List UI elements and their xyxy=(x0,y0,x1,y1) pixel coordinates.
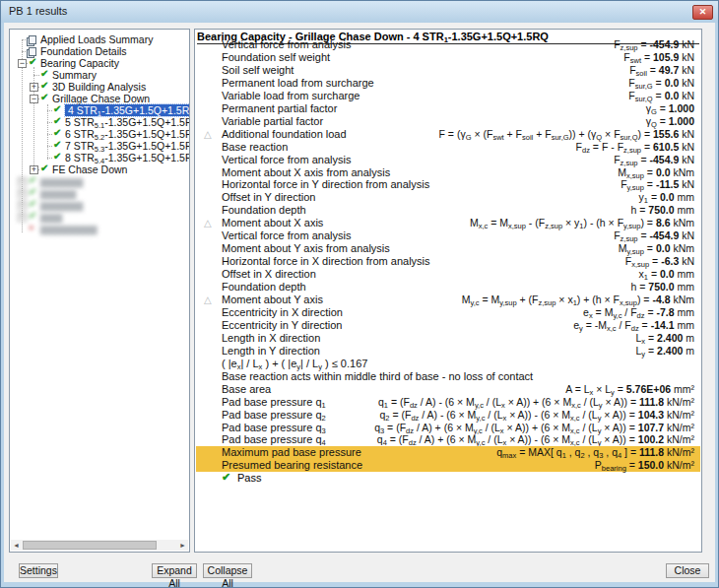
collapse-expander-icon[interactable]: − xyxy=(18,59,27,68)
scroll-thumb[interactable] xyxy=(23,541,157,550)
expand-expander-icon[interactable]: + xyxy=(18,201,27,210)
expand-expander-icon[interactable]: + xyxy=(18,177,27,186)
result-row: Base areaA = Lx × Ly = 5.76E+06 mm² xyxy=(196,383,700,396)
row-label: Vertical force from analysis xyxy=(222,229,351,242)
row-label: Foundation depth xyxy=(222,281,306,294)
scroll-right-icon[interactable]: ► xyxy=(177,540,188,551)
tree-item[interactable]: ✔4 STR1-1.35G+1.5Q+1.5RQ xyxy=(10,104,189,116)
row-value: 0.0 xyxy=(665,90,680,101)
row-label: Base reaction xyxy=(222,141,288,154)
result-row: Length in Y directionLy = 2.400 m xyxy=(196,345,700,358)
row-label: Moment about Y axis from analysis xyxy=(222,242,390,255)
tree-connector-stub xyxy=(47,110,52,111)
tree-connector-stub xyxy=(47,122,52,123)
expand-expander-icon[interactable]: + xyxy=(18,189,27,198)
row-label: Pad base pressure q3 xyxy=(222,422,326,434)
redacted-label: ▆▆▆▆▆▆▆▆ xyxy=(40,223,97,234)
row-value: 0.0 xyxy=(656,166,671,178)
row-value: 0.0 xyxy=(665,77,680,89)
result-row: Eccentricity in Y directioney = -Mx,c / … xyxy=(196,319,700,332)
dialog-client-area: Applied Loads SummaryFoundation Details−… xyxy=(4,23,715,582)
expand-expander-icon[interactable]: + xyxy=(30,83,38,92)
row-value: -14.1 xyxy=(651,319,675,331)
warning-triangle-icon: △ xyxy=(204,217,212,229)
tree-item-redacted[interactable]: +✔▆▆▆ xyxy=(10,211,189,223)
collapse-expander-icon[interactable]: − xyxy=(30,95,38,103)
row-formula: qmax = MAX[ q1 , q2 , q3 , q4 ] = 111.8 … xyxy=(496,446,694,459)
row-formula: x1 = 0.0 mm xyxy=(639,268,694,281)
row-value: 750.0 xyxy=(648,281,674,293)
row-value: -4.8 xyxy=(652,294,670,305)
tree-item-label: 7 STR5.3-1.35G+1.5Q+1.5RQ+EHFDir2+ xyxy=(65,140,190,152)
row-value: -7.8 xyxy=(656,306,674,318)
result-row: Horizontal force in X direction from ana… xyxy=(196,255,700,268)
collapse-all-button[interactable]: Collapse All xyxy=(203,563,252,578)
tree-item[interactable]: ✔8 STR5.4-1.35G+1.5Q+1.5RQ+EHFDir2- xyxy=(10,152,189,163)
tree-item[interactable]: ✔7 STR5.3-1.35G+1.5Q+1.5RQ+EHFDir2+ xyxy=(10,140,189,152)
tree-item[interactable]: ✔5 STR5.1-1.35G+1.5Q+1.5RQ+EHFDir1+ xyxy=(10,116,189,128)
titlebar[interactable]: PB 1 results ✕ xyxy=(1,1,718,23)
result-row: Vertical force from analysisFz,sup = -45… xyxy=(196,38,700,51)
row-formula: Pbearing = 150.0 kN/m² xyxy=(595,459,694,472)
result-row: Vertical force from analysisFz,sup = -45… xyxy=(196,229,700,242)
row-value: 0.0 xyxy=(656,242,671,254)
row-formula: γG = 1.000 xyxy=(646,102,694,115)
tree-connector-stub xyxy=(22,51,28,52)
result-row: Permanent partial factorγG = 1.000 xyxy=(196,102,700,115)
settings-button[interactable]: Settings xyxy=(19,563,58,578)
tree-item-label-selected: 4 STR1-1.35G+1.5Q+1.5RQ xyxy=(65,104,190,116)
row-value: 155.6 xyxy=(653,128,679,140)
report-pages-icon xyxy=(29,47,36,56)
redacted-label: ▆▆▆▆▆ xyxy=(40,187,75,199)
tree-connector-stub xyxy=(22,39,28,40)
pass-check-icon: ✔ xyxy=(40,80,48,91)
row-value: 104.3 xyxy=(638,409,664,421)
expand-all-button[interactable]: Expand All xyxy=(152,563,197,578)
result-row: Foundation depthh = 750.0 mm xyxy=(196,204,700,217)
result-row: Maximum pad base pressureqmax = MAX[ q1 … xyxy=(196,446,700,459)
row-formula: F = (γG × (Fswt + Fsoil + Fsur,G)) + (γQ… xyxy=(439,128,695,141)
pass-label: Pass xyxy=(237,472,261,485)
tree-item-redacted[interactable]: ●▆▆▆▆▆▆▆▆ xyxy=(10,223,189,234)
result-row: Permanent load from surchargeFsur,G = 0.… xyxy=(196,77,700,90)
result-row: Pad base pressure q3q3 = (Fdz / A) + (6 … xyxy=(196,422,700,434)
scroll-left-icon[interactable]: ◄ xyxy=(11,540,22,551)
tree-item-label: 8 STR5.4-1.35G+1.5Q+1.5RQ+EHFDir2- xyxy=(65,152,190,163)
close-window-icon[interactable]: ✕ xyxy=(692,5,713,20)
result-row: Base reaction acts within middle third o… xyxy=(196,370,700,383)
result-row: Presumed bearing resistancePbearing = 15… xyxy=(196,459,700,472)
row-label: Moment about Y axis xyxy=(222,294,323,306)
row-formula: Fz,sup = -454.9 kN xyxy=(614,38,694,51)
row-value: -454.9 xyxy=(649,229,679,241)
result-row: Pad base pressure q2q2 = (Fdz / A) - (6 … xyxy=(196,409,700,422)
tree-item[interactable]: ✔Summary xyxy=(10,69,189,81)
tree-hscrollbar[interactable]: ◄ ► xyxy=(11,540,188,551)
expand-expander-icon[interactable]: + xyxy=(30,165,38,174)
pass-check-icon: ✔ xyxy=(53,115,61,126)
tree-item[interactable]: ✔6 STR5.2-1.35G+1.5Q+1.5RQ+EHFDir1- xyxy=(10,128,189,140)
row-formula: A = Lx × Ly = 5.76E+06 mm² xyxy=(565,383,694,396)
results-tree-panel: Applied Loads SummaryFoundation Details−… xyxy=(9,29,190,553)
row-formula: Mx,sup = 0.0 kNm xyxy=(618,166,694,179)
tree-item[interactable]: +✔3D Building Analysis xyxy=(10,81,189,93)
close-button[interactable]: Close xyxy=(666,563,709,578)
row-formula: Fsur,G = 0.0 kN xyxy=(628,77,694,90)
pass-check-icon: ✔ xyxy=(40,68,48,79)
row-value: 1.000 xyxy=(669,115,694,127)
tree-item[interactable]: Applied Loads Summary xyxy=(10,33,189,45)
tree-item[interactable]: −✔Bearing Capacity xyxy=(10,57,189,69)
row-label: Additional foundation load xyxy=(222,128,347,141)
expand-expander-icon[interactable]: + xyxy=(18,213,27,222)
window-title: PB 1 results xyxy=(9,5,67,17)
row-formula: Fx,sup = -6.3 kN xyxy=(625,255,694,268)
pass-check-icon: ✔ xyxy=(40,163,48,173)
row-value: 2.400 xyxy=(657,345,683,357)
results-dialog: PB 1 results ✕ Applied Loads SummaryFoun… xyxy=(0,0,719,588)
tree-item[interactable]: −✔Grillage Chase Down xyxy=(10,93,189,104)
redacted-label: ▆▆▆▆▆▆ xyxy=(40,199,82,211)
pass-check-icon: ✔ xyxy=(40,92,48,102)
report-pages-icon xyxy=(29,35,36,44)
row-label: ( |ex| / Lx ) + ( |ey| / Ly ) ≤ 0.167 xyxy=(222,358,367,370)
result-row: Vertical force from analysisFz,sup = -45… xyxy=(196,154,700,166)
row-formula: Mx,c = Mx,sup - (Fz,sup × y1) - (h × Fy,… xyxy=(470,217,694,229)
